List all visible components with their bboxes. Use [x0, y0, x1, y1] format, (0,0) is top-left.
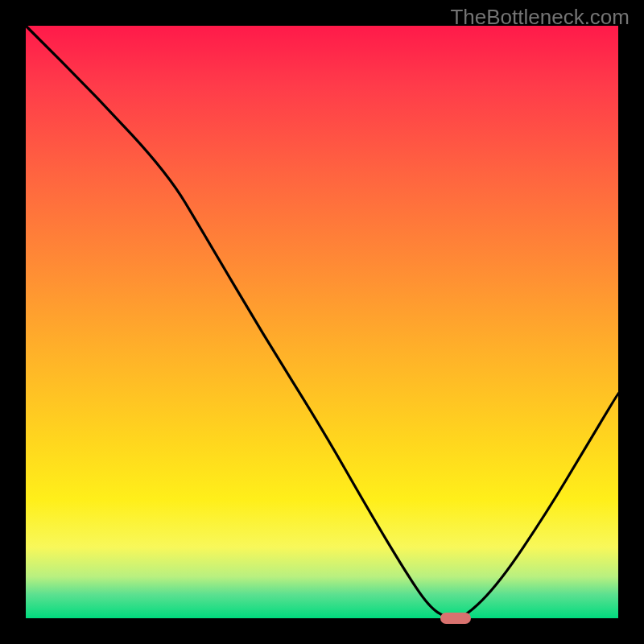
chart-plot-area	[26, 26, 618, 618]
watermark-text: TheBottleneck.com	[450, 5, 630, 30]
bottleneck-curve	[26, 26, 618, 618]
optimal-marker	[440, 613, 471, 624]
